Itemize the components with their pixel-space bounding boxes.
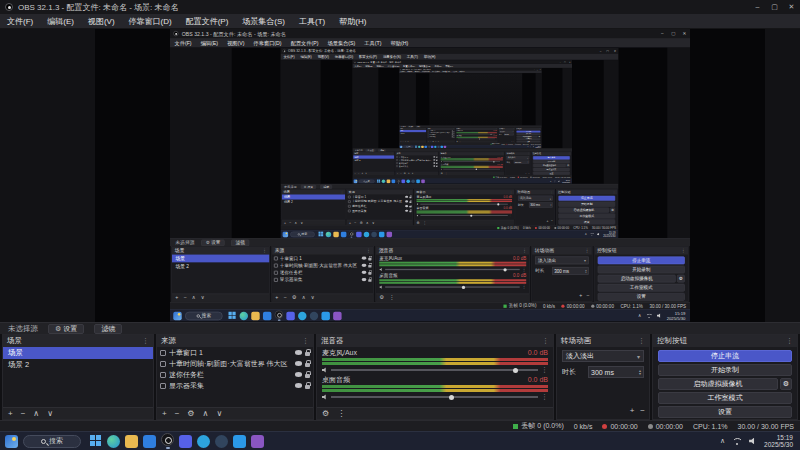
move-source-up-icon[interactable]: ∧ <box>203 408 209 420</box>
search-icon <box>41 439 46 444</box>
scene-item-2[interactable]: 场景 2 <box>3 359 153 371</box>
telegram-icon[interactable] <box>197 435 210 448</box>
store-icon[interactable] <box>143 435 156 448</box>
menu-file[interactable]: 文件(F) <box>0 14 40 29</box>
mixer-settings-gear-icon[interactable]: ⚙ <box>322 408 329 420</box>
code-editor-icon[interactable] <box>233 435 246 448</box>
mixer-dock-header[interactable]: 混音器 ⋮ <box>317 335 553 347</box>
remove-transition-icon[interactable]: − <box>640 405 645 417</box>
volume-slider-handle[interactable] <box>513 368 518 373</box>
widgets-icon[interactable] <box>5 435 18 448</box>
steam-icon[interactable] <box>215 435 228 448</box>
source-filters-button[interactable]: 滤镜 <box>94 324 122 334</box>
store-icon <box>341 231 346 236</box>
sources-dock-header[interactable]: 来源 ⋮ <box>157 335 313 347</box>
volume-slider[interactable] <box>331 396 538 398</box>
scene-item-1[interactable]: 场景 <box>3 347 153 359</box>
remove-source-icon[interactable]: − <box>175 408 180 420</box>
source-row-1[interactable]: 十章窗口 1 <box>157 347 313 358</box>
volume-slider[interactable] <box>331 369 538 371</box>
live-dot-icon <box>535 227 537 229</box>
menu-tools[interactable]: 工具(T) <box>292 14 332 29</box>
start-button-icon[interactable] <box>90 435 102 447</box>
move-source-down-icon[interactable]: ∨ <box>216 408 222 420</box>
kebab-icon[interactable]: ⋮ <box>302 337 309 345</box>
menu-docks[interactable]: 停靠窗口(D) <box>122 14 179 29</box>
store-icon <box>392 179 396 183</box>
source-properties-gear-icon[interactable]: ⚙ <box>187 408 194 420</box>
kebab-icon[interactable]: ⋮ <box>786 337 793 345</box>
menu-profile[interactable]: 配置文件(P) <box>179 14 236 29</box>
kebab-icon[interactable]: ⋮ <box>638 337 645 345</box>
speaker-icon[interactable] <box>322 394 328 400</box>
visibility-eye-icon[interactable] <box>295 350 302 355</box>
lock-icon <box>368 272 371 275</box>
channel-kebab-icon[interactable]: ⋮ <box>541 366 548 374</box>
minimize-button[interactable]: – <box>749 0 766 14</box>
maximize-button[interactable]: ▢ <box>766 0 783 14</box>
lock-icon <box>368 265 371 268</box>
kebab-icon[interactable]: ⋮ <box>142 337 149 345</box>
add-transition-icon[interactable]: + <box>630 405 635 417</box>
controls-dock-header[interactable]: 控制按钮 ⋮ <box>653 335 797 347</box>
add-scene-icon[interactable]: + <box>8 408 13 420</box>
source-row-3[interactable]: 迷你任务栏 <box>157 369 313 380</box>
running-app-indicator <box>278 320 281 321</box>
menu-help[interactable]: 帮助(H) <box>332 14 373 29</box>
start-virtual-camera-button[interactable]: 启动虚拟摄像机 <box>658 378 778 390</box>
menu-view[interactable]: 视图(V) <box>81 14 122 29</box>
lock-icon[interactable] <box>305 385 310 389</box>
system-tray: ∧ 15:19 2025/5/30 <box>550 179 571 183</box>
steam-icon <box>411 179 415 183</box>
duration-stepper[interactable]: 300 ms ▴ ▾ <box>588 366 644 378</box>
obs-taskbar-icon[interactable] <box>161 433 174 446</box>
visibility-eye-icon[interactable] <box>295 372 302 377</box>
scene-item-1: 场景 <box>172 255 270 263</box>
lock-icon[interactable] <box>305 352 310 356</box>
obs-taskbar-icon <box>428 145 430 147</box>
close-button[interactable]: ✕ <box>783 0 800 14</box>
mixer-kebab-icon[interactable]: ⋮ <box>337 408 345 420</box>
windows-taskbar: 搜索 ∧ 15:19 2025/5/30 <box>170 309 690 321</box>
remove-scene-icon[interactable]: − <box>21 408 26 420</box>
speaker-icon[interactable] <box>322 367 328 373</box>
kebab-icon[interactable]: ⋮ <box>542 337 549 345</box>
tray-chevron-up-icon[interactable]: ∧ <box>720 437 725 445</box>
mixer-channel-mic: 麦克风/Aux 0.0 dB ⋮ <box>376 255 529 273</box>
move-scene-down-icon[interactable]: ∨ <box>47 408 53 420</box>
discord-icon[interactable] <box>179 435 192 448</box>
edge-icon[interactable] <box>107 435 120 448</box>
status-bar: 丢帧 0 (0.0%) 0 kb/s 00:00:00 00:00:00 CPU… <box>0 420 800 431</box>
visibility-eye-icon[interactable] <box>295 361 302 366</box>
source-properties-button[interactable]: ⚙ 设置 <box>48 324 84 334</box>
transition-select[interactable]: 淡入淡出 ▾ <box>562 350 644 362</box>
source-row-2[interactable]: 十章时间轴·刷新图·大富翁世界 伟大区 <box>157 358 313 369</box>
menu-scene-collection[interactable]: 场景集合(S) <box>235 14 292 29</box>
scenes-dock-header[interactable]: 场景 ⋮ <box>3 335 153 347</box>
volume-icon[interactable] <box>749 437 757 445</box>
start-recording-button[interactable]: 开始录制 <box>658 364 792 376</box>
file-explorer-icon[interactable] <box>125 435 138 448</box>
wifi-icon[interactable] <box>732 438 742 445</box>
add-source-icon[interactable]: + <box>162 408 167 420</box>
settings-button[interactable]: 设置 <box>658 406 792 418</box>
move-scene-up-icon[interactable]: ∧ <box>33 408 39 420</box>
transitions-dock-header[interactable]: 转场动画 ⋮ <box>557 335 649 347</box>
virtual-camera-settings-gear-icon[interactable]: ⚙ <box>780 378 792 390</box>
lock-icon[interactable] <box>305 374 310 378</box>
taskbar-search[interactable]: 搜索 <box>23 435 81 448</box>
volume-slider-handle[interactable] <box>449 395 454 400</box>
menu-edit[interactable]: 编辑(E) <box>40 14 81 29</box>
taskbar-clock[interactable]: 15:19 2025/5/30 <box>764 434 793 448</box>
menu-help: 帮助(H) <box>421 54 438 60</box>
obs-taskbar-icon <box>397 179 401 183</box>
lock-icon[interactable] <box>305 363 310 367</box>
media-app-icon[interactable] <box>251 435 264 448</box>
studio-mode-button[interactable]: 工作室模式 <box>658 392 792 404</box>
scene-item-2: 场景 2 <box>353 159 394 162</box>
source-row-4[interactable]: 显示器采集 <box>157 380 313 391</box>
stop-streaming-button[interactable]: 停止串流 <box>658 350 792 362</box>
visibility-eye-icon[interactable] <box>295 383 302 388</box>
channel-kebab-icon[interactable]: ⋮ <box>541 393 548 401</box>
stepper-arrows-icon[interactable]: ▴ ▾ <box>639 369 641 375</box>
